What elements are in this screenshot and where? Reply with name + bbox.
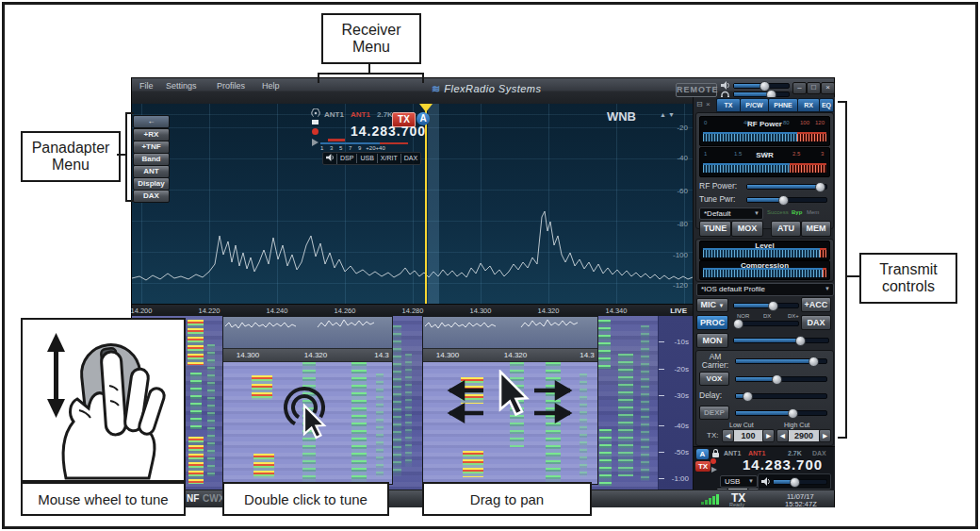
callout-line	[845, 101, 847, 439]
tab-pcw[interactable]: P/CW	[740, 98, 769, 112]
freq-tick: 14.300	[237, 351, 259, 359]
waterfall-signal-streak	[190, 373, 202, 429]
menu-profiles[interactable]: Profiles	[217, 81, 245, 91]
slice-letter-badge[interactable]: A	[696, 449, 709, 459]
dax-button[interactable]: DAX	[801, 315, 831, 330]
callout-line	[838, 437, 845, 439]
waterfall-display[interactable]: -10s -20s -30s -40s -50s -1:00	[132, 316, 693, 490]
mode-dropdown[interactable]: USB▼	[720, 475, 758, 488]
proc-button[interactable]: PROC	[696, 315, 728, 330]
mem-button[interactable]: MEM	[801, 221, 831, 237]
mode-button[interactable]: USB	[357, 154, 377, 163]
tx-badge[interactable]: TX	[695, 461, 710, 472]
filter-width-label[interactable]: 2.7K	[377, 110, 393, 119]
tnf-button-partial[interactable]: NF	[187, 493, 199, 504]
add-tnf-button[interactable]: +TNF	[133, 141, 170, 154]
band-button[interactable]: Band	[133, 153, 170, 166]
filter-width-label[interactable]: 2.7K	[788, 450, 802, 456]
maximize-button[interactable]: □	[807, 82, 821, 94]
atu-button[interactable]: ATU	[771, 221, 801, 237]
waterfall-signal-streak	[405, 354, 412, 467]
mic-source-button[interactable]: MIC ▼	[696, 298, 728, 312]
dexp-slider[interactable]	[735, 410, 827, 416]
mon-button[interactable]: MON	[696, 333, 728, 348]
swr-meter: 1 1.5 2 2.5 3 SWR	[699, 147, 830, 177]
dax-button[interactable]: DAX	[401, 154, 420, 163]
vox-slider[interactable]	[735, 376, 827, 382]
time-tick: -20s	[674, 365, 689, 373]
freq-tick: 14.3	[580, 351, 595, 359]
high-cut-stepper[interactable]: ◀2900▶	[776, 429, 831, 442]
callout-line	[838, 101, 845, 103]
play-icon[interactable]	[312, 139, 318, 146]
collapse-menu-button[interactable]: ←	[133, 115, 170, 128]
tab-rx[interactable]: RX	[797, 98, 820, 112]
tx-antenna-label[interactable]: ANT1	[351, 110, 370, 119]
waterfall-time-scale: -10s -20s -30s -40s -50s -1:00	[658, 316, 693, 490]
atu-status-mem: Mem	[807, 209, 819, 215]
double-click-cursor-icon	[278, 383, 344, 445]
high-cut-label: High Cut	[784, 422, 809, 428]
slice-audio-slider[interactable]	[773, 479, 827, 485]
menu-settings[interactable]: Settings	[166, 81, 197, 91]
rf-power-slider[interactable]	[746, 184, 827, 190]
mute-icon[interactable]	[312, 120, 318, 124]
tune-pwr-slider[interactable]	[746, 197, 827, 203]
tx-antenna-label[interactable]: ANT1	[748, 450, 765, 456]
minimize-button[interactable]: –	[792, 82, 807, 94]
mon-level-slider[interactable]	[733, 338, 829, 343]
compression-meter: Compression	[699, 260, 830, 280]
menu-help[interactable]: Help	[262, 81, 280, 91]
atu-profile-dropdown[interactable]: *Default▼	[699, 207, 763, 220]
record-icon[interactable]	[710, 458, 716, 464]
freq-tick: 14.260	[335, 307, 356, 315]
am-carrier-slider[interactable]	[735, 358, 827, 364]
receiver-flag[interactable]: ANT1 ANT1 2.7K TX A 14.283.700 1 3 5 7 9…	[309, 107, 439, 163]
dexp-button[interactable]: DEXP	[699, 406, 729, 420]
mic-level-slider[interactable]	[733, 303, 799, 308]
add-rx-button[interactable]: +RX	[133, 128, 170, 141]
delay-slider[interactable]	[735, 393, 827, 399]
callout-line	[318, 73, 424, 75]
rx-antenna-label[interactable]: ANT1	[324, 110, 344, 119]
dax-sidebar-button[interactable]: DAX	[133, 190, 170, 203]
spectrum-squiggle	[423, 317, 597, 334]
mouse-wheel-illustration	[23, 320, 184, 480]
tab-tx[interactable]: TX	[716, 98, 741, 112]
audio-button[interactable]	[323, 154, 337, 164]
rf-power-label: RF Power:	[699, 181, 737, 191]
frequency-display[interactable]: 14.283.700	[351, 124, 426, 139]
live-label[interactable]: LIVE	[670, 307, 687, 315]
time-tick: -30s	[674, 391, 689, 400]
freq-tick: 14.320	[504, 351, 527, 359]
waterfall-signal-streak	[207, 344, 215, 476]
proc-level-slider[interactable]	[733, 321, 799, 326]
tune-button[interactable]: TUNE	[699, 221, 731, 237]
acc-button[interactable]: +ACC	[801, 297, 831, 312]
slice-flag[interactable]: A ANT1 ANT1 2.7K DAX TX 14.283.700 USB▼	[694, 446, 835, 490]
menu-file[interactable]: File	[139, 81, 154, 91]
pin-icon[interactable]: ⊟	[696, 100, 703, 108]
record-icon[interactable]	[312, 128, 318, 135]
dsp-button[interactable]: DSP	[337, 154, 357, 163]
speaker-volume-slider[interactable]	[733, 83, 790, 89]
frequency-display[interactable]: 14.283.700	[743, 456, 823, 473]
tab-phne[interactable]: PHNE	[768, 98, 798, 112]
display-button[interactable]: Display	[133, 177, 170, 191]
play-icon[interactable]	[711, 467, 717, 473]
rx-antenna-label[interactable]: ANT1	[724, 450, 741, 456]
vox-button[interactable]: VOX	[699, 372, 729, 386]
frequency-scale[interactable]: 14.200 14.220 14.240 14.260 14.280 14.30…	[132, 304, 693, 317]
lock-icon[interactable]	[712, 453, 719, 457]
mox-button[interactable]: MOX	[731, 221, 763, 237]
low-cut-stepper[interactable]: ◀100▶	[722, 429, 775, 442]
ant-button[interactable]: ANT	[133, 165, 170, 178]
inset-spectrum-strip	[223, 317, 392, 348]
close-button[interactable]: ×	[821, 82, 835, 94]
tx-profile-dropdown[interactable]: *IOS default Profile▼	[696, 283, 834, 296]
cwx-button[interactable]: CWX	[203, 493, 224, 504]
tab-eq[interactable]: EQ	[819, 98, 834, 112]
xrit-button[interactable]: X/RIT	[378, 154, 401, 163]
panel-close-icon[interactable]: ×	[706, 100, 710, 108]
panadapter-spectrum[interactable]: -20 -40 -60 -80 -100 -120 WNB ▲ ▼ ANT1 A…	[132, 104, 693, 304]
